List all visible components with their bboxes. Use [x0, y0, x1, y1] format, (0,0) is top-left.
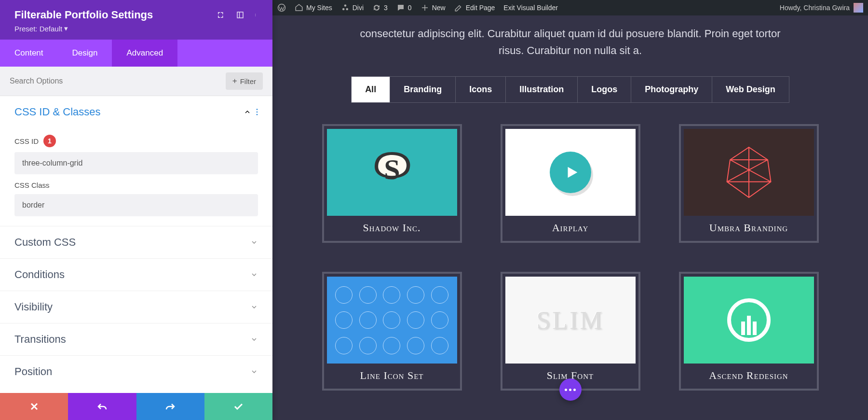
undo-button[interactable] — [68, 393, 136, 420]
svg-point-3 — [346, 8, 348, 11]
tab-content[interactable]: Content — [0, 40, 58, 67]
avatar[interactable] — [854, 3, 863, 13]
site-name-link[interactable]: Divi — [341, 3, 364, 12]
portfolio-item[interactable]: S Shadow Inc. — [322, 124, 462, 243]
updates-link[interactable]: 3 — [372, 3, 388, 12]
filter-icons[interactable]: Icons — [456, 76, 506, 103]
ascend-logo-icon — [727, 298, 771, 342]
chevron-down-icon — [250, 238, 258, 246]
more-icon[interactable] — [255, 11, 258, 19]
group-position[interactable]: Position — [0, 356, 272, 388]
tab-design[interactable]: Design — [58, 40, 112, 67]
comments-link[interactable]: 0 — [396, 3, 412, 12]
portfolio-filters: All Branding Icons Illustration Logos Ph… — [311, 76, 829, 103]
play-icon — [550, 152, 591, 193]
portfolio-item[interactable]: Line Icon Set — [322, 272, 462, 391]
group-conditions[interactable]: Conditions — [0, 259, 272, 291]
filter-button[interactable]: +Filter — [226, 72, 263, 90]
panel-title: Filterable Portfolio Settings — [14, 9, 153, 21]
wp-admin-bar: My Sites Divi 3 0 New Edit Page Exit Vis… — [272, 0, 868, 15]
css-class-input[interactable] — [14, 194, 258, 216]
svg-point-6 — [255, 14, 256, 14]
filter-logos[interactable]: Logos — [578, 76, 631, 103]
greeting-text[interactable]: Howdy, Christina Gwira — [780, 4, 850, 12]
filter-illustration[interactable]: Illustration — [506, 76, 578, 103]
my-sites-link[interactable]: My Sites — [295, 3, 332, 12]
chevron-down-icon — [250, 336, 258, 343]
redo-button[interactable] — [136, 393, 204, 420]
new-link[interactable]: New — [420, 3, 446, 12]
builder-fab[interactable] — [559, 378, 582, 401]
portfolio-caption: Ascend Redesign — [684, 364, 814, 386]
settings-panel: Filterable Portfolio Settings Preset: De… — [0, 0, 272, 420]
portfolio-grid: S Shadow Inc. Airplay Umbra Branding Lin… — [311, 124, 829, 391]
kebab-icon[interactable] — [256, 108, 258, 116]
svg-point-10 — [257, 112, 258, 113]
svg-point-11 — [257, 114, 258, 115]
preset-selector[interactable]: Preset: Default▾ — [14, 24, 258, 33]
filter-photography[interactable]: Photography — [631, 76, 712, 103]
search-input[interactable] — [10, 77, 226, 85]
intro-text: consectetur adipiscing elit. Curabitur a… — [353, 25, 787, 59]
filter-web-design[interactable]: Web Design — [712, 76, 789, 103]
svg-point-7 — [255, 15, 256, 15]
cancel-button[interactable] — [0, 393, 68, 420]
exit-visual-builder-link[interactable]: Exit Visual Builder — [503, 4, 558, 12]
portfolio-caption: Line Icon Set — [327, 364, 457, 386]
svg-text:S: S — [384, 154, 400, 186]
chevron-down-icon — [250, 303, 258, 311]
svg-rect-4 — [237, 12, 243, 18]
portfolio-caption: Umbra Branding — [684, 216, 814, 238]
portfolio-item[interactable]: Umbra Branding — [679, 124, 819, 243]
svg-point-8 — [255, 16, 256, 16]
save-button[interactable] — [204, 393, 272, 420]
annotation-badge-1: 1 — [43, 135, 56, 147]
tabs: Content Design Advanced — [0, 40, 272, 67]
edit-page-link[interactable]: Edit Page — [454, 3, 495, 12]
page-preview: consectetur adipiscing elit. Curabitur a… — [272, 15, 868, 420]
group-visibility[interactable]: Visibility — [0, 291, 272, 323]
snap-icon[interactable] — [236, 11, 244, 19]
portfolio-item[interactable]: Ascend Redesign — [679, 272, 819, 391]
group-css-id-classes[interactable]: CSS ID & Classes — [0, 96, 272, 128]
portfolio-item[interactable]: SLIM Slim Font — [501, 272, 640, 391]
chevron-down-icon — [250, 271, 258, 279]
wp-logo[interactable] — [277, 3, 286, 12]
filter-all[interactable]: All — [351, 76, 390, 103]
portfolio-caption: Airplay — [505, 216, 636, 238]
group-transitions[interactable]: Transitions — [0, 323, 272, 355]
chevron-down-icon — [250, 368, 258, 376]
group-custom-css[interactable]: Custom CSS — [0, 226, 272, 258]
filter-branding[interactable]: Branding — [390, 76, 456, 103]
chevron-up-icon — [244, 108, 251, 116]
portfolio-item[interactable]: Airplay — [501, 124, 640, 243]
svg-point-9 — [257, 109, 258, 110]
css-id-label: CSS ID — [14, 137, 39, 145]
expand-icon[interactable] — [217, 11, 225, 19]
portfolio-caption: Shadow Inc. — [327, 216, 457, 238]
css-class-label: CSS Class — [14, 181, 258, 189]
svg-point-2 — [342, 8, 345, 11]
css-id-input[interactable] — [14, 152, 258, 174]
svg-point-1 — [344, 4, 346, 7]
tab-advanced[interactable]: Advanced — [112, 40, 177, 67]
